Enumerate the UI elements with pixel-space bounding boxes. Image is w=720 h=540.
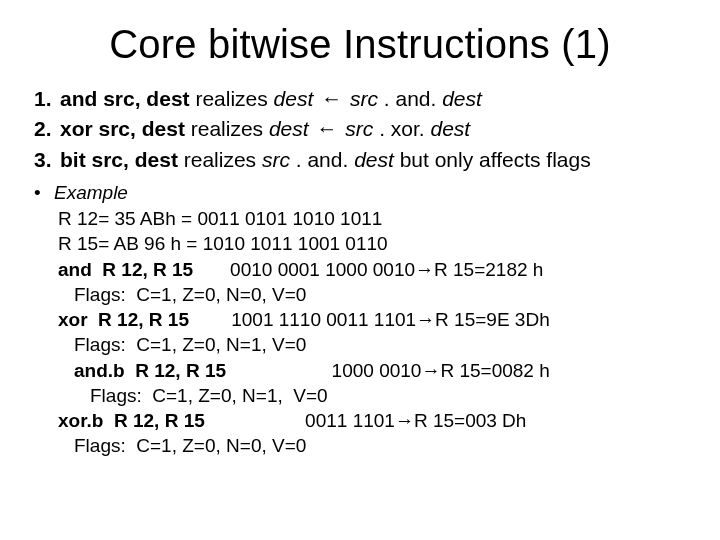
op-xor: xor R 12, R 15 — [58, 309, 189, 330]
example-block: R 12= 35 ABh = 0011 0101 1010 1011 R 15=… — [58, 206, 692, 459]
src-token: src — [344, 87, 384, 110]
realizes-text: realizes — [190, 87, 274, 110]
op-text: . and. — [296, 148, 354, 171]
src-token: src — [262, 148, 296, 171]
list-content: bit src, dest realizes src . and. dest b… — [60, 146, 591, 174]
src-token: src — [339, 117, 379, 140]
op-xorb: xor.b R 12, R 15 — [58, 410, 205, 431]
example-line-and: and R 12, R 15 0010 0001 1000 0010→R 15=… — [58, 257, 692, 282]
dest-token: dest — [442, 87, 482, 110]
result-xorb: 0011 1101→R 15=003 Dh — [205, 410, 527, 431]
example-line-xorb: xor.b R 12, R 15 0011 1101→R 15=003 Dh — [58, 408, 692, 433]
mnemonic-xor: xor src, dest — [60, 117, 185, 140]
example-line-andb: and.b R 12, R 15 1000 0010→R 15=0082 h — [58, 358, 692, 383]
flags-line: Flags: C=1, Z=0, N=0, V=0 — [58, 282, 692, 307]
example-label: Example — [54, 182, 128, 204]
dest-token: dest — [274, 87, 320, 110]
flags-line: Flags: C=1, Z=0, N=1, V=0 — [58, 383, 692, 408]
list-number: 2. — [34, 115, 60, 143]
mnemonic-bit: bit src, dest — [60, 148, 178, 171]
result-andb: 1000 0010→R 15=0082 h — [226, 360, 550, 381]
example-line-xor: xor R 12, R 15 1001 1110 0011 1101→R 15=… — [58, 307, 692, 332]
slide-title: Core bitwise Instructions (1) — [28, 22, 692, 67]
list-content: and src, dest realizes dest ← src . and.… — [60, 85, 482, 113]
dest-token: dest — [269, 117, 315, 140]
list-number: 3. — [34, 146, 60, 174]
left-arrow-icon: ← — [319, 87, 344, 110]
example-line-r12: R 12= 35 ABh = 0011 0101 1010 1011 — [58, 206, 692, 231]
list-item-1: 1. and src, dest realizes dest ← src . a… — [34, 85, 692, 113]
example-bullet: • Example — [34, 182, 692, 204]
numbered-list: 1. and src, dest realizes dest ← src . a… — [34, 85, 692, 174]
mnemonic-and: and src, dest — [60, 87, 190, 110]
slide: Core bitwise Instructions (1) 1. and src… — [0, 0, 720, 540]
op-andb: and.b R 12, R 15 — [74, 360, 226, 381]
realizes-text: realizes — [178, 148, 262, 171]
op-text: . xor. — [379, 117, 430, 140]
bullet-icon: • — [34, 182, 54, 204]
dest-token: dest — [354, 148, 394, 171]
result-xor: 1001 1110 0011 1101→R 15=9E 3Dh — [189, 309, 550, 330]
list-item-3: 3. bit src, dest realizes src . and. des… — [34, 146, 692, 174]
op-and: and R 12, R 15 — [58, 259, 193, 280]
flags-note: but only affects flags — [394, 148, 591, 171]
result-and: 0010 0001 1000 0010→R 15=2182 h — [193, 259, 543, 280]
list-number: 1. — [34, 85, 60, 113]
left-arrow-icon: ← — [314, 117, 339, 140]
flags-line: Flags: C=1, Z=0, N=0, V=0 — [58, 433, 692, 458]
dest-token: dest — [431, 117, 471, 140]
op-text: . and. — [384, 87, 442, 110]
flags-line: Flags: C=1, Z=0, N=1, V=0 — [58, 332, 692, 357]
list-content: xor src, dest realizes dest ← src . xor.… — [60, 115, 470, 143]
example-line-r15: R 15= AB 96 h = 1010 1011 1001 0110 — [58, 231, 692, 256]
list-item-2: 2. xor src, dest realizes dest ← src . x… — [34, 115, 692, 143]
realizes-text: realizes — [185, 117, 269, 140]
